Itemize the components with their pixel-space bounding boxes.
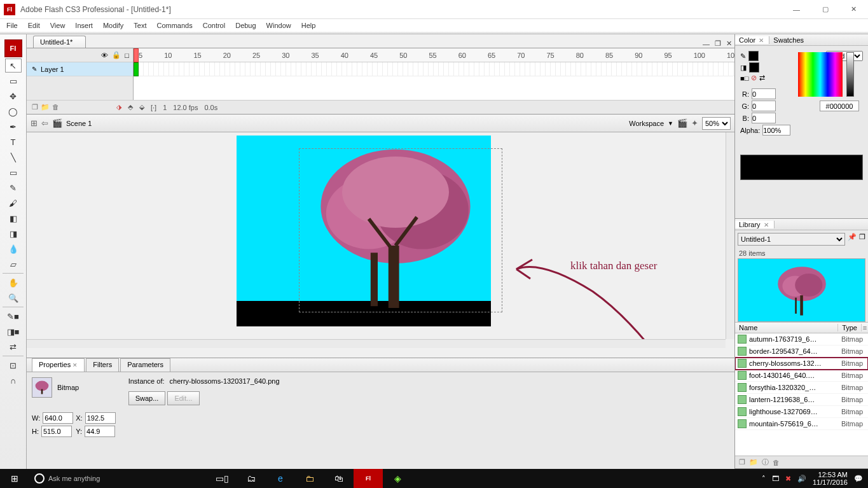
hand-tool[interactable]: ✋ [5, 275, 22, 289]
tab-color[interactable]: Color ✕ [735, 36, 769, 44]
delete-layer-icon[interactable]: 🗑 [52, 103, 59, 111]
pencil-tool[interactable]: ✎ [5, 181, 22, 195]
tab-swatches[interactable]: Swatches [769, 36, 808, 44]
library-item[interactable]: forsythia-1320320_…Bitmap [735, 382, 868, 394]
tab-parameters[interactable]: Parameters [120, 358, 170, 372]
library-item[interactable]: autumn-1763719_6…Bitmap [735, 333, 868, 345]
x-input[interactable] [85, 412, 116, 424]
zoom-tool[interactable]: 🔍 [5, 291, 22, 305]
keyframe[interactable] [134, 62, 139, 76]
frame-ruler[interactable]: 5101520253035404550556065707580859095100… [134, 48, 734, 62]
eye-icon[interactable]: 👁 [101, 52, 108, 59]
notifications-icon[interactable]: 💬 [854, 475, 863, 483]
edge-icon[interactable]: e [266, 469, 295, 488]
library-item[interactable]: mountain-575619_6…Bitmap [735, 418, 868, 430]
menu-view[interactable]: View [45, 20, 71, 31]
start-button[interactable]: ⊞ [0, 469, 29, 488]
fill-color[interactable]: ◨■ [5, 324, 22, 338]
scene-name[interactable]: Scene 1 [66, 120, 92, 127]
swap-colors[interactable]: ⇄ [5, 340, 22, 354]
app-taskbar-icon[interactable]: ◈ [383, 469, 412, 488]
snap-option[interactable]: ⊡ [5, 358, 22, 372]
new-folder-icon[interactable]: 📁 [41, 103, 50, 111]
store-icon[interactable]: 🛍 [324, 469, 354, 488]
pencil-icon[interactable]: ✎ [740, 52, 746, 60]
task-view-icon[interactable]: ▭▯ [207, 469, 237, 488]
frame-row[interactable] [134, 62, 734, 76]
stroke-swatch[interactable] [748, 51, 759, 61]
tab-library[interactable]: Library ✕ [735, 221, 775, 228]
tray-up-icon[interactable]: ˄ [762, 475, 766, 483]
zoom-select[interactable]: 50% [702, 117, 731, 130]
back-icon[interactable]: ⇦ [41, 118, 48, 128]
r-input[interactable] [752, 88, 776, 99]
menu-help[interactable]: Help [296, 20, 321, 31]
ink-bottle-tool[interactable]: ◧ [5, 211, 22, 225]
library-doc-select[interactable]: Untitled-1 [738, 233, 845, 246]
swap-color-icon[interactable]: ⇄ [759, 74, 765, 82]
tab-properties[interactable]: Properties ✕ [32, 358, 85, 372]
col-type[interactable]: Type [838, 324, 862, 331]
rectangle-tool[interactable]: ▭ [5, 165, 22, 179]
doc-minimize[interactable]: — [700, 40, 712, 48]
lasso-tool[interactable]: ◯ [5, 104, 22, 118]
new-layer-icon[interactable]: ❐ [32, 103, 38, 111]
onion-outline-icon[interactable]: ⬘ [128, 103, 133, 111]
lock-icon[interactable]: 🔒 [112, 51, 121, 59]
edit-scene-dropdown-icon[interactable]: 🎬 [677, 118, 687, 128]
color-picker[interactable] [798, 52, 843, 97]
maximize-button[interactable]: ▢ [811, 0, 839, 19]
pin-icon[interactable]: 📌 [848, 233, 857, 246]
menu-debug[interactable]: Debug [230, 20, 261, 31]
delete-icon[interactable]: 🗑 [773, 459, 780, 466]
flash-taskbar-icon[interactable]: Fl [354, 469, 383, 488]
new-folder-icon[interactable]: 📁 [749, 458, 758, 466]
close-button[interactable]: ✕ [839, 0, 868, 19]
new-library-icon[interactable]: ❐ [859, 233, 865, 246]
stage[interactable]: klik tahan dan geser [27, 132, 734, 348]
playhead[interactable] [134, 48, 139, 62]
explorer-icon[interactable]: 🗂 [237, 469, 266, 488]
edit-symbol-icon[interactable]: ✦ [691, 118, 698, 128]
network-icon[interactable]: ✖ [785, 475, 791, 483]
library-list[interactable]: autumn-1763719_6…Bitmap border-1295437_6… [735, 333, 868, 456]
outline-icon[interactable]: □ [125, 52, 129, 59]
y-input[interactable] [85, 426, 115, 437]
battery-icon[interactable]: 🗔 [772, 475, 779, 482]
edit-scene-icon[interactable]: ⊞ [31, 118, 38, 128]
layer-row[interactable]: ✎ Layer 1 [27, 62, 133, 76]
library-item[interactable]: lighthouse-1327069…Bitmap [735, 406, 868, 418]
clock[interactable]: 12:53 AM 11/17/2016 [813, 471, 848, 486]
workspace-label[interactable]: Workspace [629, 120, 664, 127]
selection-tool[interactable]: ↖ [5, 59, 22, 73]
alpha-input[interactable] [762, 125, 790, 136]
menu-text[interactable]: Text [128, 20, 151, 31]
cortana-search[interactable]: Ask me anything [29, 473, 207, 484]
line-tool[interactable]: ╲ [5, 150, 22, 164]
menu-edit[interactable]: Edit [23, 20, 45, 31]
empty-frames[interactable] [139, 62, 734, 76]
subselection-tool[interactable]: ▭ [5, 74, 22, 88]
menu-commands[interactable]: Commands [151, 20, 197, 31]
menu-insert[interactable]: Insert [70, 20, 98, 31]
brightness-slider[interactable] [846, 52, 854, 97]
swap-button[interactable]: Swap... [128, 391, 166, 405]
stage-scrollbar-vertical[interactable] [726, 132, 734, 339]
doc-close[interactable]: ✕ [724, 39, 734, 48]
bitmap-instance-tree[interactable] [307, 139, 485, 317]
brush-tool[interactable]: 🖌 [5, 196, 22, 210]
magnet-option[interactable]: ∩ [5, 373, 22, 387]
new-symbol-icon[interactable]: ❐ [739, 458, 745, 466]
center-frame-icon[interactable]: [·] [151, 104, 156, 111]
text-tool[interactable]: T [5, 135, 22, 149]
paint-bucket-tool[interactable]: ◨ [5, 227, 22, 241]
width-input[interactable] [43, 412, 73, 424]
bucket-icon[interactable]: ◨ [740, 64, 747, 72]
menu-modify[interactable]: Modify [98, 20, 128, 31]
library-item[interactable]: border-1295437_64…Bitmap [735, 345, 868, 358]
g-input[interactable] [752, 101, 776, 111]
stage-scrollbar-horizontal[interactable] [27, 339, 726, 348]
stroke-color[interactable]: ✎■ [5, 309, 22, 323]
minimize-button[interactable]: — [782, 0, 811, 19]
no-color-icon[interactable]: ⊘ [751, 74, 757, 82]
